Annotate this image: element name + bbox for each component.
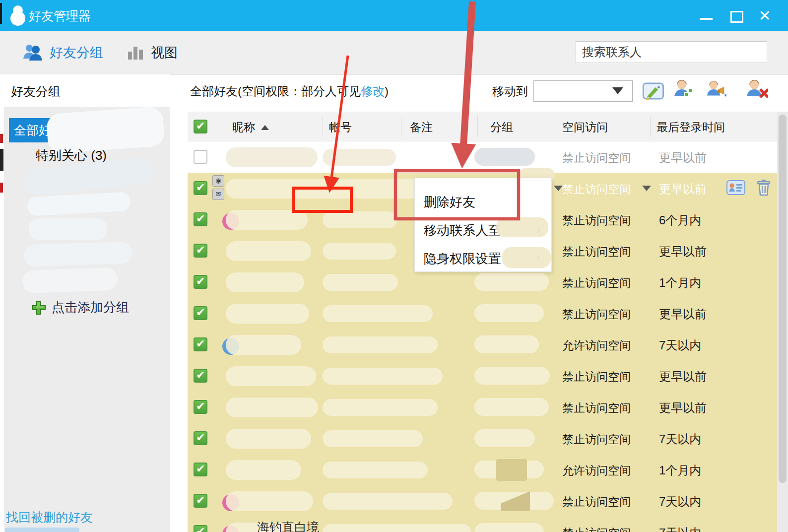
space-access-cell[interactable]: 禁止访问空间 (562, 432, 631, 447)
space-access-cell[interactable]: 禁止访问空间 (562, 369, 631, 385)
last-login-cell: 1个月内 (659, 463, 701, 478)
table-row[interactable]: ◉ ✉ 允许访问空间 1个月内 (188, 454, 777, 485)
blurred-account (323, 493, 453, 510)
profile-card-icon[interactable] (726, 180, 745, 198)
tab-friend-groups[interactable]: 好友分组 (23, 31, 103, 74)
blurred-account (323, 305, 433, 322)
select-all-checkbox[interactable] (194, 120, 207, 133)
last-login-cell: 更早以前 (659, 306, 707, 322)
row-checkbox[interactable] (194, 525, 207, 532)
row-checkbox[interactable] (194, 181, 207, 195)
recover-deleted-friends-link[interactable]: 找回被删的好友 (6, 509, 93, 526)
sort-asc-icon[interactable] (261, 125, 269, 130)
blurred-group (474, 523, 544, 532)
space-access-cell[interactable]: 禁止访问空间 (562, 494, 631, 510)
edit-group-icon[interactable] (642, 80, 665, 102)
trash-icon[interactable] (756, 178, 771, 199)
row-checkbox[interactable] (194, 337, 207, 351)
row-checkbox[interactable] (194, 431, 207, 445)
blurred-account (323, 243, 396, 260)
blurred-group (474, 335, 539, 353)
blur-blob (496, 217, 548, 237)
group-dropdown-icon[interactable] (554, 186, 563, 191)
blurred-group (474, 148, 535, 166)
blurred-nickname (226, 147, 318, 167)
nickname-text: 海钓直白境 (257, 519, 319, 532)
space-access-cell[interactable]: 禁止访问空间 (562, 150, 631, 166)
col-group[interactable]: 分组 (490, 120, 513, 135)
blur-blob (29, 218, 107, 240)
row-checkbox[interactable] (194, 306, 207, 320)
blurred-account (323, 336, 438, 353)
blurred-account (323, 274, 398, 291)
blur-blob (5, 528, 79, 532)
blurred-account (323, 399, 438, 416)
tab-view[interactable]: 视图 (127, 31, 178, 74)
row-checkbox[interactable] (194, 212, 207, 226)
row-status-icons: ◉ ✉ (212, 175, 224, 202)
move-to-label: 移动到 (492, 83, 528, 99)
titlebar: 好友管理器 ✕ (0, 0, 788, 31)
col-account[interactable]: 帐号 (329, 120, 352, 135)
background-artifact (0, 134, 3, 143)
col-space-access[interactable]: 空间访问 (562, 120, 608, 135)
row-checkbox[interactable] (194, 463, 207, 476)
space-access-cell[interactable]: 禁止访问空间 (562, 182, 631, 197)
space-access-cell[interactable]: 禁止访问空间 (562, 275, 631, 291)
add-group-label: 点击添加分组 (52, 299, 129, 316)
space-access-cell[interactable]: 允许访问空间 (562, 338, 631, 353)
table-row[interactable]: ◉ ✉ 禁止访问空间 7天以内 (188, 485, 777, 517)
blurred-nickname (226, 491, 313, 511)
list-title: 全部好友(空间权限：部分人可见修改) (190, 83, 389, 99)
delete-friend-icon[interactable] (745, 78, 768, 100)
row-checkbox[interactable] (194, 150, 207, 164)
minimize-button[interactable] (698, 9, 715, 23)
table-row[interactable]: ◉ ✉ 禁止访问空间 更早以前 (188, 298, 777, 329)
table-row[interactable]: ◉ ✉ 禁止访问空间 7天以内 (188, 423, 777, 454)
row-checkbox[interactable] (194, 400, 207, 414)
menu-item-delete-friend[interactable]: 删除好友 (415, 187, 551, 215)
add-friend-icon[interactable] (673, 78, 696, 100)
qq-penguin-icon (9, 4, 27, 26)
table-row[interactable]: ◉ ✉ 禁止访问空间 更早以前 (188, 392, 777, 423)
blurred-nickname (226, 241, 311, 261)
space-access-cell[interactable]: 禁止访问空间 (562, 526, 631, 532)
space-access-cell[interactable]: 禁止访问空间 (562, 213, 631, 228)
maximize-button[interactable] (727, 9, 744, 23)
col-last-login[interactable]: 最后登录时间 (657, 120, 725, 135)
space-access-cell[interactable]: 禁止访问空间 (562, 307, 631, 322)
close-button[interactable]: ✕ (756, 9, 773, 23)
modify-permission-link[interactable]: 修改 (361, 84, 385, 98)
row-checkbox[interactable] (194, 244, 207, 258)
search-input[interactable] (576, 41, 767, 63)
last-login-cell: 7天以内 (659, 431, 701, 447)
broadcast-icon[interactable] (707, 78, 729, 100)
list-title-suffix: ) (385, 84, 389, 98)
access-dropdown-icon[interactable] (642, 186, 651, 191)
blur-blob (22, 267, 118, 294)
space-access-cell[interactable]: 禁止访问空间 (562, 400, 631, 416)
blurred-nickname (226, 272, 304, 292)
blurred-account (323, 462, 428, 478)
row-checkbox[interactable] (194, 369, 207, 383)
scrollbar-thumb[interactable] (779, 115, 787, 483)
scrollbar[interactable] (777, 112, 788, 532)
sidebar-item-special-care[interactable]: 特别关心 (3) (36, 147, 107, 164)
blurred-group (474, 304, 544, 322)
space-access-cell[interactable]: 禁止访问空间 (562, 244, 631, 260)
blurred-group (474, 367, 550, 385)
col-nickname[interactable]: 昵称 (232, 120, 255, 135)
table-row[interactable]: ◉ ✉ 允许访问空间 7天以内 (188, 329, 777, 360)
move-to-dropdown[interactable] (533, 80, 633, 102)
bar-chart-icon (127, 44, 145, 62)
toolbar: 好友分组 视图 (0, 31, 788, 75)
col-remark[interactable]: 备注 (410, 120, 433, 135)
row-checkbox[interactable] (194, 275, 207, 289)
table-row[interactable]: ◉ ✉ 禁止访问空间 更早以前 (188, 360, 777, 392)
last-login-cell: 更早以前 (659, 181, 707, 197)
row-checkbox[interactable] (194, 494, 207, 508)
add-group-button[interactable]: 点击添加分组 (31, 299, 129, 316)
table-row[interactable]: ◉ ✉ 禁止访问空间 更早以前 (188, 141, 777, 173)
table-row[interactable]: ◉ ✉ 海钓直白境 禁止访问空间 7天以内 (188, 517, 777, 532)
space-access-cell[interactable]: 允许访问空间 (562, 463, 631, 478)
